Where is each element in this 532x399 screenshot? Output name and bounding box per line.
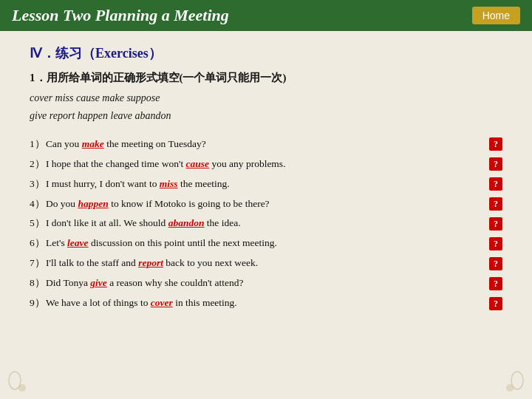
word-list: cover miss cause make suppose give repor… [30, 89, 502, 125]
answer-word: give [90, 277, 107, 288]
question-badge[interactable]: ? [489, 257, 502, 270]
sentence-number: 9） [30, 294, 46, 313]
sentence-text: Can you make the meeting on Tuesday? [46, 135, 485, 154]
answer-word: cover [151, 297, 173, 308]
corner-decoration-bl [4, 358, 41, 395]
sentence-row: 9）We have a lot of things to cover in th… [30, 294, 502, 313]
sentence-text: Do you happen to know if Motoko is going… [46, 195, 485, 214]
question-badge[interactable]: ? [489, 137, 502, 151]
sentence-row: 1）Can you make the meeting on Tuesday?? [30, 135, 502, 154]
answer-word: report [138, 257, 163, 268]
sentence-text: I hope that the changed time won't cause… [46, 155, 485, 174]
sentence-text: I must hurry, I don't want to miss the m… [46, 175, 485, 194]
sentence-row: 3）I must hurry, I don't want to miss the… [30, 175, 502, 194]
sentence-number: 6） [30, 234, 46, 253]
answer-word: cause [186, 158, 210, 169]
sentence-row: 8）Did Tonya give a reason why she couldn… [30, 274, 502, 293]
sentence-row: 7）I'll talk to the staff and report back… [30, 254, 502, 273]
sentence-row: 5）I don't like it at all. We should aban… [30, 214, 502, 233]
section-heading: Ⅳ．练习（Exercises） [30, 44, 502, 62]
sentences-container: 1）Can you make the meeting on Tuesday??2… [30, 135, 502, 313]
sentence-number: 3） [30, 175, 46, 194]
sentence-text: I don't like it at all. We should abando… [46, 214, 485, 233]
answer-word: miss [160, 178, 178, 189]
corner-decoration-br [491, 358, 528, 395]
word-line-2: give report happen leave abandon [30, 107, 502, 125]
sentence-text: Let's leave discussion on this point unt… [46, 234, 485, 253]
question-badge[interactable]: ? [489, 177, 502, 191]
exercise-heading: 1．用所给单词的正确形式填空(一个单词只能用一次) [30, 71, 502, 85]
sentence-number: 7） [30, 254, 46, 273]
svg-point-7 [506, 384, 514, 392]
answer-word: make [82, 138, 104, 149]
sentence-number: 5） [30, 214, 46, 233]
question-badge[interactable]: ? [489, 217, 502, 231]
question-badge[interactable]: ? [489, 237, 502, 250]
sentence-text: I'll talk to the staff and report back t… [46, 254, 485, 273]
sentence-text: Did Tonya give a reason why she couldn't… [46, 274, 485, 293]
sentence-number: 4） [30, 195, 46, 214]
sentence-text: We have a lot of things to cover in this… [46, 294, 485, 313]
word-line-1: cover miss cause make suppose [30, 89, 502, 107]
answer-word: abandon [168, 217, 205, 228]
question-badge[interactable]: ? [489, 297, 502, 310]
sentence-number: 1） [30, 135, 46, 154]
main-content: Ⅳ．练习（Exercises） 1．用所给单词的正确形式填空(一个单词只能用一次… [0, 31, 532, 321]
svg-point-5 [18, 384, 26, 392]
answer-word: happen [78, 198, 109, 209]
sentence-row: 2）I hope that the changed time won't cau… [30, 155, 502, 174]
home-button[interactable]: Home [472, 7, 520, 24]
sentence-number: 8） [30, 274, 46, 293]
sentence-row: 6）Let's leave discussion on this point u… [30, 234, 502, 253]
answer-word: leave [67, 237, 88, 248]
page-title: Lesson Two Planning a Meeting [12, 6, 229, 25]
sentence-number: 2） [30, 155, 46, 174]
header: Lesson Two Planning a Meeting Home [0, 0, 532, 31]
sentence-row: 4）Do you happen to know if Motoko is goi… [30, 195, 502, 214]
question-badge[interactable]: ? [489, 197, 502, 211]
question-badge[interactable]: ? [489, 157, 502, 171]
question-badge[interactable]: ? [489, 277, 502, 290]
